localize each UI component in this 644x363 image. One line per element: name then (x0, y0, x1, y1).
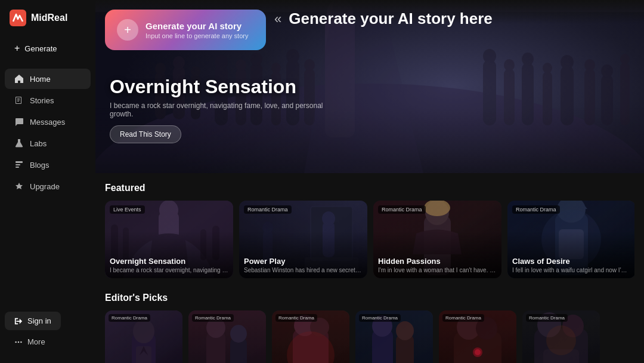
featured-badge-0: Live Events (110, 205, 145, 214)
featured-card-desc-2: I'm in love with a woman that I can't ha… (378, 267, 497, 273)
more-label: More (27, 337, 45, 346)
content-area: Featured (95, 173, 644, 363)
svg-point-29 (601, 64, 613, 78)
svg-point-123 (546, 325, 576, 355)
generate-plus-icon: + (117, 19, 138, 41)
pick-card-5[interactable]: Thawing Mafia's Romantic Drama (522, 310, 600, 363)
pick-card-0[interactable]: Gentle Mafia Romantic Drama (105, 310, 182, 363)
sidebar-item-messages[interactable]: Messages (5, 112, 91, 132)
sidebar: MidReal + Generate Home Stories Messages… (0, 0, 95, 363)
featured-badge-1: Romantic Drama (244, 205, 292, 214)
featured-card-0[interactable]: Live Events Overnight Sensation I became… (105, 201, 233, 278)
featured-info-3: Claws of Desire I fell in love with a wa… (507, 252, 634, 278)
featured-card-1[interactable]: Romantic Drama Power Play Sebastian Wins… (239, 201, 367, 278)
generate-label: Generate (24, 44, 57, 53)
pick-card-4[interactable]: Unexpected Proposal Romantic Drama (439, 310, 516, 363)
featured-card-desc-0: I became a rock star overnight, navigati… (110, 267, 228, 273)
hero-main-title: Generate your AI story here (289, 10, 493, 28)
sidebar-item-label: Blogs (30, 161, 49, 170)
svg-rect-3 (16, 167, 19, 168)
pick-badge-3: Romantic Drama (359, 314, 401, 322)
pick-card-3[interactable]: Forbidden Lessons Romantic Drama (355, 310, 433, 363)
lab-icon (14, 139, 24, 148)
sidebar-item-label: Home (30, 75, 51, 84)
home-icon (14, 74, 24, 84)
sidebar-item-stories[interactable]: Stories (5, 90, 91, 110)
featured-section: Featured (95, 173, 644, 283)
svg-point-17 (483, 49, 496, 63)
blog-icon (14, 160, 24, 170)
pick-badge-4: Romantic Drama (442, 314, 484, 322)
svg-rect-2 (16, 164, 20, 165)
svg-point-25 (561, 55, 574, 69)
book-icon (14, 96, 24, 105)
hero-section: + Generate your AI story Input one line … (95, 0, 644, 173)
svg-point-105 (396, 321, 414, 340)
hero-story-desc: I became a rock star overnight, navigati… (110, 101, 348, 118)
sidebar-item-label: Labs (30, 139, 47, 148)
app-name: MidReal (31, 13, 67, 23)
featured-card-desc-3: I fell in love with a waifu catgirl and … (512, 267, 631, 273)
hero-story-title: Overnight Sensation (110, 76, 348, 98)
pick-card-1[interactable]: Enemy's Child Romantic Drama (188, 310, 266, 363)
svg-point-43 (304, 59, 315, 71)
sidebar-item-upgrade[interactable]: Upgrade (5, 176, 91, 196)
svg-point-37 (250, 53, 262, 66)
editors-picks-title: Editor's Picks (105, 293, 634, 303)
svg-point-11 (173, 56, 185, 69)
message-icon (14, 117, 24, 127)
generate-button[interactable]: + Generate (7, 38, 88, 59)
sign-in-label: Sign in (27, 316, 51, 325)
featured-card-title-0: Overnight Sensation (110, 257, 228, 266)
svg-point-79 (133, 319, 154, 343)
featured-card-2[interactable]: Romantic Drama Hidden Passions I'm in lo… (373, 201, 501, 278)
more-button[interactable]: More (5, 333, 55, 351)
generate-card-title: Generate your AI story (145, 21, 248, 31)
sign-in-icon (14, 317, 23, 325)
pick-badge-1: Romantic Drama (192, 314, 234, 322)
svg-point-6 (20, 341, 22, 343)
pick-badge-5: Romantic Drama (526, 314, 568, 322)
featured-badge-3: Romantic Drama (512, 205, 560, 214)
more-icon (14, 338, 23, 346)
sidebar-item-home[interactable]: Home (5, 69, 91, 89)
hero-title-area: « Generate your AI story here (274, 10, 493, 28)
sidebar-item-blogs[interactable]: Blogs (5, 155, 91, 175)
svg-point-5 (18, 341, 20, 343)
featured-card-desc-1: Sebastian Winston has hired a new secret… (244, 267, 363, 273)
featured-info-2: Hidden Passions I'm in love with a woman… (373, 252, 501, 278)
featured-badge-2: Romantic Drama (378, 205, 426, 214)
midreal-logo-icon (10, 10, 26, 26)
sign-in-button[interactable]: Sign in (5, 312, 61, 330)
svg-rect-1 (16, 161, 23, 163)
main-content: + Generate your AI story Input one line … (95, 0, 644, 363)
svg-point-23 (543, 63, 552, 73)
svg-point-4 (15, 341, 17, 343)
featured-card-3[interactable]: Romantic Drama Claws of Desire I fell in… (507, 201, 634, 278)
plus-icon: + (14, 43, 20, 54)
generate-card-subtitle: Input one line to generate any story (145, 32, 248, 39)
featured-card-title-3: Claws of Desire (512, 257, 631, 266)
pick-badge-0: Romantic Drama (109, 314, 150, 322)
pick-badge-2: Romantic Drama (275, 314, 317, 322)
featured-info-1: Power Play Sebastian Winston has hired a… (239, 252, 367, 278)
featured-row: Live Events Overnight Sensation I became… (105, 201, 634, 283)
hero-generate-card[interactable]: + Generate your AI story Input one line … (105, 10, 266, 50)
editors-picks-section: Editor's Picks (95, 283, 644, 363)
svg-point-35 (236, 59, 246, 71)
svg-point-41 (286, 49, 299, 63)
featured-info-0: Overnight Sensation I became a rock star… (105, 252, 233, 278)
chevrons-left-icon: « (274, 11, 281, 27)
sidebar-item-label: Messages (30, 118, 65, 127)
generate-card-text: Generate your AI story Input one line to… (145, 21, 248, 39)
sidebar-item-labs[interactable]: Labs (5, 133, 91, 153)
svg-point-9 (155, 63, 166, 75)
sidebar-item-label: Stories (30, 96, 54, 105)
svg-point-33 (215, 55, 228, 69)
featured-title: Featured (105, 183, 634, 193)
svg-point-27 (584, 59, 595, 71)
sidebar-item-label: Upgrade (30, 182, 60, 191)
read-story-button[interactable]: Read This Story (110, 125, 181, 143)
svg-point-19 (504, 59, 515, 71)
pick-card-2[interactable]: Closet Confessions Romantic Drama (272, 310, 349, 363)
